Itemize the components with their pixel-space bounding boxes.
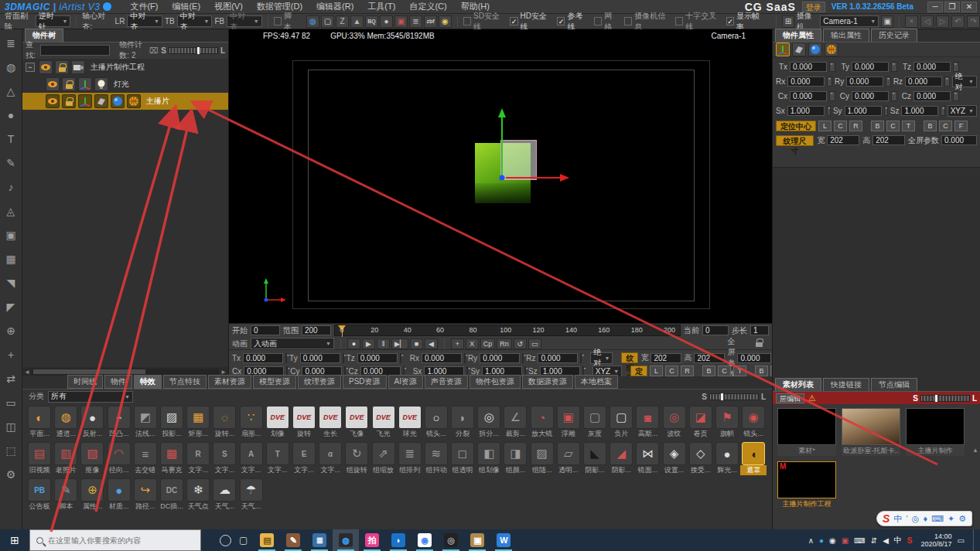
timeline-tool-X[interactable]: X — [466, 338, 479, 349]
effect-旋转[interactable]: ◌旋转... — [211, 406, 237, 442]
tab-物件包资源[interactable]: 物件包资源 — [470, 375, 521, 389]
prop-cx-input[interactable] — [790, 91, 827, 101]
effect-旗帜[interactable]: ⚑旗帜 — [714, 406, 740, 442]
effect-生长[interactable]: DVE生长 — [317, 406, 343, 442]
material-thumb-selected[interactable]: M主播片制作工程 — [777, 461, 836, 509]
mic-icon[interactable]: ♦ — [923, 514, 927, 523]
anchor-3-B[interactable]: B — [871, 121, 884, 131]
prop-axes-dropdown[interactable]: XYZ▼ — [948, 105, 977, 117]
effect-文字[interactable]: R文字... — [185, 442, 211, 478]
notification-icon[interactable]: ▭ — [958, 536, 965, 545]
texture-size-button[interactable]: 纹理尺寸 — [621, 352, 638, 363]
effect-镜头[interactable]: ◉镜头... — [740, 406, 767, 442]
prop-tz-input[interactable] — [913, 62, 951, 72]
menu-自定义[interactable]: 自定义(C) — [409, 1, 446, 12]
tb-dropdown[interactable]: 中对齐▼ — [177, 15, 213, 27]
effect-划像[interactable]: DVE划像 — [265, 406, 291, 442]
show-desktop-button[interactable] — [973, 529, 977, 551]
anchor-6-B[interactable]: B — [755, 366, 768, 376]
taskbar-browser-app[interactable]: ◗ — [385, 529, 411, 551]
effect-凹凸[interactable]: ◓凹凸... — [106, 406, 132, 442]
ty-input[interactable] — [300, 353, 340, 363]
transport-button-1[interactable]: ▶ — [362, 338, 375, 349]
projector-icon[interactable] — [71, 60, 85, 74]
effect-分裂[interactable]: ◗分裂 — [449, 406, 476, 442]
prop-sz-input[interactable] — [901, 106, 938, 116]
range-input[interactable] — [302, 325, 331, 335]
punct-icon[interactable]: ’ — [906, 514, 907, 523]
effect-组缩放[interactable]: ⇗组缩放 — [370, 442, 396, 478]
corner-tool-icon[interactable]: ◥ — [3, 275, 19, 291]
effect-浮雕[interactable]: ▣浮雕 — [555, 406, 582, 442]
taskbar-iartist-app[interactable]: ◍ — [333, 529, 359, 551]
close-button[interactable]: ✕ — [961, 2, 977, 12]
grid-tool-icon[interactable]: ▦ — [3, 251, 19, 267]
tab-节点特技[interactable]: 节点特技 — [163, 375, 207, 389]
effect-DC插[interactable]: DCDC插... — [159, 478, 185, 515]
lock-icon[interactable] — [55, 60, 69, 74]
tab-模型资源[interactable]: 模型资源 — [253, 375, 296, 389]
effect-天气[interactable]: ☁天气... — [211, 478, 237, 515]
mode-dropdown[interactable]: 绝对▼ — [590, 352, 613, 364]
flip-tool-icon[interactable]: ⇄ — [3, 371, 19, 386]
align-button[interactable]: ▲ — [350, 15, 364, 28]
timeline-ruler[interactable]: 020406080100120140160180200 — [334, 325, 681, 336]
effect-天气点[interactable]: ❄天气点 — [185, 478, 211, 515]
camera-grid-icon[interactable]: ⊞ — [782, 15, 794, 28]
toolbox-icon[interactable]: ⚙ — [958, 514, 966, 524]
effect-材质[interactable]: ●材质... — [106, 478, 132, 515]
materials-size-slider[interactable]: S L — [913, 394, 977, 403]
prop-fullscreen-input[interactable] — [941, 135, 977, 145]
prop-cy-input[interactable] — [852, 91, 889, 101]
effect-设置[interactable]: ◈设置... — [661, 442, 688, 478]
tex-width-input[interactable] — [650, 353, 681, 363]
image-button[interactable]: ▣ — [394, 15, 408, 28]
settings-tool-icon[interactable]: ⚙ — [3, 467, 19, 482]
anchor-5-T[interactable]: T — [733, 366, 746, 376]
tz-input[interactable] — [357, 353, 398, 363]
tab-节点编辑[interactable]: 节点编辑 — [871, 378, 917, 391]
menu-工具[interactable]: 工具(T) — [367, 1, 395, 12]
start-input[interactable] — [251, 325, 280, 335]
effect-旋转[interactable]: DVE旋转 — [291, 406, 317, 442]
effect-文字[interactable]: A文字... — [238, 442, 265, 478]
prop-tx-input[interactable] — [790, 62, 827, 72]
transport-button-3[interactable]: ▶▏ — [391, 338, 408, 349]
anchor-center-button[interactable]: 定位中心 — [630, 366, 647, 376]
effect-抠像[interactable]: ▧抠像 — [79, 442, 105, 478]
effect-法线[interactable]: ◩法线... — [132, 406, 159, 442]
step-input[interactable] — [750, 325, 769, 335]
effect-组抖动[interactable]: ≋组抖动 — [423, 442, 449, 478]
taskbar-doc-app[interactable]: ≣ — [306, 529, 333, 551]
taskbar-paint-app[interactable]: ✎ — [280, 529, 306, 551]
tray-ime[interactable]: 中 — [894, 535, 902, 546]
tree-row-主播片[interactable]: 主播片 — [22, 93, 228, 110]
transport-button-5[interactable]: ◀ — [425, 338, 438, 349]
anchor-1-C[interactable]: C — [665, 366, 678, 376]
next-button[interactable]: ▷ — [936, 15, 949, 28]
effect-去交错[interactable]: ≡去交错 — [132, 442, 159, 478]
pen-tool-icon[interactable]: ✎ — [3, 155, 19, 171]
effect-飞光[interactable]: DVE飞光 — [370, 406, 396, 442]
tree-row-灯光[interactable]: 灯光 — [22, 76, 228, 93]
effect-灰度[interactable]: ▢灰度 — [582, 406, 608, 442]
zbf-button[interactable]: zbf — [424, 15, 437, 28]
anchor-5-T[interactable]: T — [902, 121, 915, 131]
fb-dropdown[interactable]: 中对齐▼ — [227, 15, 262, 27]
anim-dropdown[interactable]: 入动画▼ — [251, 338, 334, 349]
effect-老照片[interactable]: ▥老照片 — [53, 442, 79, 478]
effect-径向[interactable]: ◠径向... — [106, 442, 132, 478]
camera-dropdown[interactable]: Camera-1▼ — [820, 15, 879, 27]
effect-透明[interactable]: ▱透明... — [555, 442, 582, 478]
effect-文字[interactable]: α文字... — [317, 442, 343, 478]
layers-button[interactable]: ≣ — [409, 15, 422, 28]
anchor-3-B[interactable]: B — [702, 366, 715, 376]
lr-dropdown[interactable]: 中对齐▼ — [127, 15, 162, 27]
transport-button-4[interactable]: ■ — [410, 338, 423, 349]
ry-input[interactable] — [480, 353, 520, 363]
trash-icon[interactable]: ⌧ — [149, 46, 159, 55]
backface-dropdown[interactable]: 逆时针▼ — [36, 15, 71, 27]
viewport-3d[interactable]: FPS:49.47 82GPU:33% Mem:3545/8192MB Came… — [229, 29, 772, 323]
effect-组划像[interactable]: ◧组划像 — [476, 442, 502, 478]
prev-button[interactable]: ◁ — [920, 15, 934, 28]
